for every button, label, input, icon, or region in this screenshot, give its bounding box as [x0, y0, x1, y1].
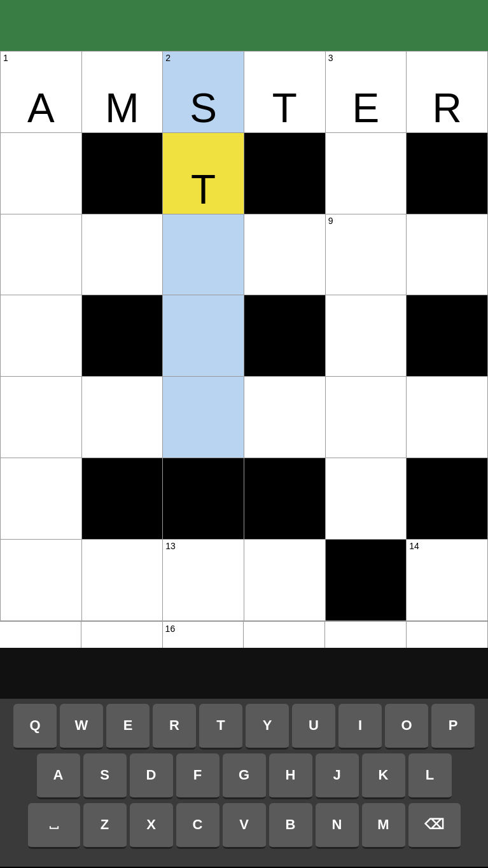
cell-number-r2c4: 9 [328, 216, 333, 225]
grid-cell-r5c1[interactable] [81, 458, 163, 539]
cell-letter-r0c2: S [163, 88, 244, 129]
key-c[interactable]: C [176, 803, 220, 849]
grid-cell-r3c0[interactable] [1, 295, 82, 377]
grid-cell-r1c1[interactable] [81, 132, 163, 214]
partial-cell-number-2: 16 [165, 624, 176, 634]
grid-cell-r6c5[interactable]: 14 [407, 539, 488, 620]
key-z[interactable]: Z [83, 803, 127, 849]
keyboard-rows: QWERTYUIOPASDFGHJKL⎵ZXCVBNM⌫ [3, 704, 485, 849]
key-g[interactable]: G [223, 753, 266, 799]
grid-cell-r6c1[interactable] [81, 539, 163, 620]
grid-cell-r1c0[interactable] [1, 132, 82, 214]
cell-letter-r0c1: M [82, 88, 163, 129]
key-q[interactable]: Q [13, 704, 57, 750]
grid-cell-r2c3[interactable] [244, 214, 325, 295]
grid-cell-r2c5[interactable] [407, 214, 488, 295]
grid-cell-r4c2[interactable] [163, 377, 244, 458]
grid-cell-r5c2[interactable] [163, 458, 244, 539]
key-l[interactable]: L [408, 753, 452, 799]
keyboard-row-1: ASDFGHJKL [3, 753, 485, 799]
key-i[interactable]: I [338, 704, 382, 750]
grid-cell-r4c4[interactable] [325, 377, 407, 458]
key-v[interactable]: V [223, 803, 266, 849]
grid-cell-r1c3[interactable] [244, 132, 325, 214]
key-space[interactable]: ⎵ [28, 803, 80, 849]
grid-cell-r2c2[interactable] [163, 214, 244, 295]
grid-cell-r0c5[interactable]: R [407, 52, 488, 133]
grid-cell-r3c3[interactable] [244, 295, 325, 377]
grid-cell-r1c4[interactable] [325, 132, 407, 214]
app-header [0, 0, 488, 51]
keyboard-row-2: ⎵ZXCVBNM⌫ [3, 803, 485, 849]
grid-cell-r4c0[interactable] [1, 377, 82, 458]
cell-letter-r1c2: T [163, 169, 244, 210]
key-a[interactable]: A [37, 753, 80, 799]
grid-cell-r4c3[interactable] [244, 377, 325, 458]
grid-cell-r4c1[interactable] [81, 377, 163, 458]
key-t[interactable]: T [199, 704, 242, 750]
partial-cell-4[interactable] [325, 622, 407, 648]
cell-number-r0c2: 2 [165, 53, 171, 62]
key-u[interactable]: U [292, 704, 335, 750]
grid-table: 1AM2ST3ERT91314 [0, 51, 488, 621]
partial-cell-5[interactable] [407, 622, 488, 648]
partial-cell-3[interactable] [244, 622, 325, 648]
grid-cell-r3c4[interactable] [325, 295, 407, 377]
key-f[interactable]: F [176, 753, 220, 799]
key-h[interactable]: H [269, 753, 312, 799]
key-k[interactable]: K [362, 753, 405, 799]
grid-cell-r0c0[interactable]: 1A [1, 52, 82, 133]
partial-cell-2[interactable]: 16 [163, 622, 244, 648]
key-r[interactable]: R [153, 704, 196, 750]
cell-letter-r0c3: T [244, 88, 325, 129]
grid-cell-r2c4[interactable]: 9 [325, 214, 407, 295]
partial-cell-1[interactable] [81, 622, 163, 648]
key-n[interactable]: N [316, 803, 359, 849]
cell-number-r0c4: 3 [328, 53, 333, 62]
grid-cell-r0c2[interactable]: 2S [163, 52, 244, 133]
grid-cell-r5c0[interactable] [1, 458, 82, 539]
cell-letter-r0c0: A [1, 88, 81, 129]
grid-cell-r6c4[interactable] [325, 539, 407, 620]
keyboard: QWERTYUIOPASDFGHJKL⎵ZXCVBNM⌫ [0, 699, 488, 867]
key-y[interactable]: Y [246, 704, 289, 750]
partial-grid-row: 16 [0, 621, 488, 648]
grid-cell-r0c3[interactable]: T [244, 52, 325, 133]
grid-cell-r5c4[interactable] [325, 458, 407, 539]
grid-cell-r1c2[interactable]: T [163, 132, 244, 214]
grid-cell-r2c0[interactable] [1, 214, 82, 295]
grid-cell-r2c1[interactable] [81, 214, 163, 295]
key-x[interactable]: X [130, 803, 173, 849]
grid-cell-r0c1[interactable]: M [81, 52, 163, 133]
grid-cell-r5c3[interactable] [244, 458, 325, 539]
crossword-grid: 1AM2ST3ERT91314 16 [0, 51, 488, 648]
grid-cell-r3c2[interactable] [163, 295, 244, 377]
grid-cell-r3c5[interactable] [407, 295, 488, 377]
grid-cell-r6c0[interactable] [1, 539, 82, 620]
clue-bar [0, 648, 488, 699]
key-e[interactable]: E [106, 704, 150, 750]
key-p[interactable]: P [431, 704, 475, 750]
key-s[interactable]: S [83, 753, 127, 799]
cell-letter-r0c5: R [407, 88, 487, 129]
grid-cell-r4c5[interactable] [407, 377, 488, 458]
cell-letter-r0c4: E [326, 88, 407, 129]
grid-cell-r6c2[interactable]: 13 [163, 539, 244, 620]
key-o[interactable]: O [385, 704, 428, 750]
grid-cell-r5c5[interactable] [407, 458, 488, 539]
key-b[interactable]: B [269, 803, 312, 849]
key-w[interactable]: W [60, 704, 103, 750]
cell-number-r6c2: 13 [165, 542, 176, 550]
grid-cell-r3c1[interactable] [81, 295, 163, 377]
grid-cell-r1c5[interactable] [407, 132, 488, 214]
key-m[interactable]: M [362, 803, 405, 849]
grid-cell-r0c4[interactable]: 3E [325, 52, 407, 133]
key-backspace[interactable]: ⌫ [408, 803, 461, 849]
partial-cell-0[interactable] [0, 622, 81, 648]
cell-number-r6c5: 14 [409, 542, 419, 550]
grid-cell-r6c3[interactable] [244, 539, 325, 620]
cell-number-r0c0: 1 [3, 53, 8, 62]
key-j[interactable]: J [316, 753, 359, 799]
key-d[interactable]: D [130, 753, 173, 799]
keyboard-row-0: QWERTYUIOP [3, 704, 485, 750]
